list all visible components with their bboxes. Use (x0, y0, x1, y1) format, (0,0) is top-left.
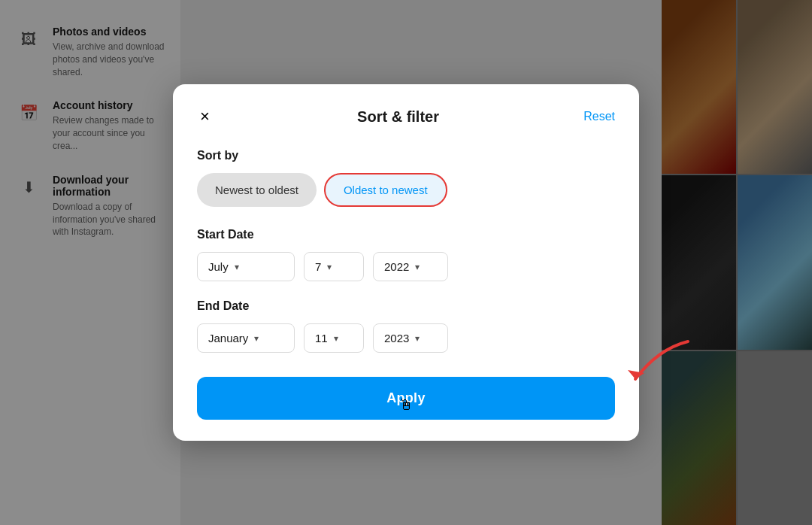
sort-newest-button[interactable]: Newest to oldest (197, 173, 317, 207)
modal-header: × Sort & filter Reset (197, 105, 615, 128)
reset-button[interactable]: Reset (583, 110, 615, 123)
end-day-chevron: ▾ (334, 333, 338, 344)
end-month-select[interactable]: January ▾ (197, 323, 295, 353)
arrow-annotation (613, 334, 703, 394)
end-day-select[interactable]: 11 ▾ (304, 323, 364, 353)
sort-oldest-button[interactable]: Oldest to newest (324, 173, 447, 207)
end-date-selects: January ▾ 11 ▾ 2023 ▾ (197, 323, 615, 353)
start-month-value: July (208, 260, 229, 273)
start-date-section: Start Date July ▾ 7 ▾ 2022 ▾ (197, 228, 615, 281)
start-month-select[interactable]: July ▾ (197, 252, 295, 281)
sort-filter-modal: × Sort & filter Reset Sort by Newest to … (173, 84, 639, 441)
start-date-selects: July ▾ 7 ▾ 2022 ▾ (197, 252, 615, 281)
end-month-chevron: ▾ (254, 333, 259, 344)
svg-marker-0 (628, 370, 644, 379)
end-month-value: January (208, 332, 248, 344)
start-month-chevron: ▾ (235, 262, 239, 272)
end-year-select[interactable]: 2023 ▾ (373, 323, 448, 353)
start-day-chevron: ▾ (327, 262, 332, 272)
modal-title: Sort & filter (213, 108, 583, 126)
close-button[interactable]: × (197, 105, 213, 128)
start-date-label: Start Date (197, 228, 615, 241)
apply-button[interactable]: Apply (197, 377, 615, 420)
start-day-value: 7 (315, 260, 321, 273)
start-day-select[interactable]: 7 ▾ (304, 252, 364, 281)
end-year-chevron: ▾ (415, 333, 420, 344)
end-date-section: End Date January ▾ 11 ▾ 2023 ▾ (197, 299, 615, 353)
start-year-value: 2022 (384, 260, 409, 273)
apply-section: Apply 🖱 (197, 371, 615, 420)
end-year-value: 2023 (384, 332, 409, 344)
sort-by-label: Sort by (197, 149, 615, 162)
modal-backdrop: × Sort & filter Reset Sort by Newest to … (0, 0, 812, 525)
end-date-label: End Date (197, 299, 615, 313)
end-day-value: 11 (315, 332, 328, 344)
start-year-select[interactable]: 2022 ▾ (373, 252, 448, 281)
start-year-chevron: ▾ (415, 262, 420, 272)
sort-options: Newest to oldest Oldest to newest (197, 173, 615, 207)
